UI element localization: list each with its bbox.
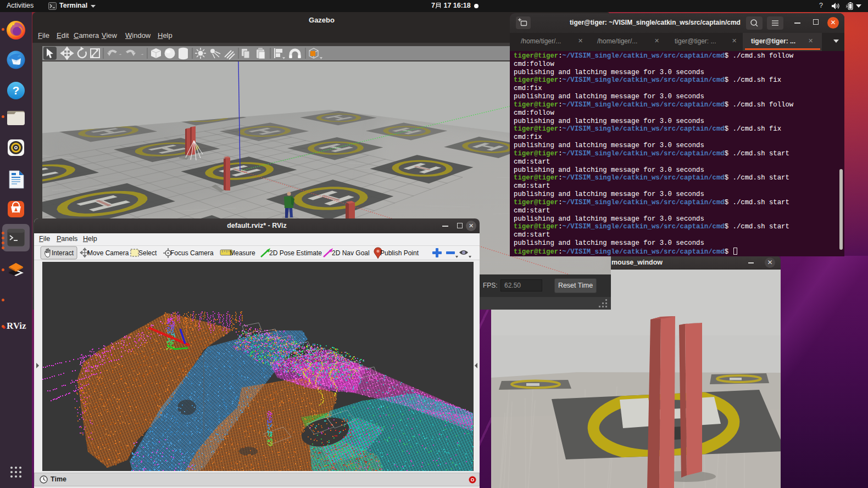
svg-text:2D Pose Estimate: 2D Pose Estimate: [269, 249, 322, 257]
svg-text:?: ?: [13, 84, 20, 97]
svg-text:Publish Point: Publish Point: [380, 249, 419, 257]
svg-text:Move Camera: Move Camera: [87, 249, 129, 257]
svg-text:Interact: Interact: [52, 249, 74, 257]
svg-text:Focus Camera: Focus Camera: [170, 249, 214, 257]
svg-text:Measure: Measure: [230, 249, 255, 257]
svg-text:2D Nav Goal: 2D Nav Goal: [332, 249, 370, 257]
svg-text:Select: Select: [138, 249, 157, 257]
